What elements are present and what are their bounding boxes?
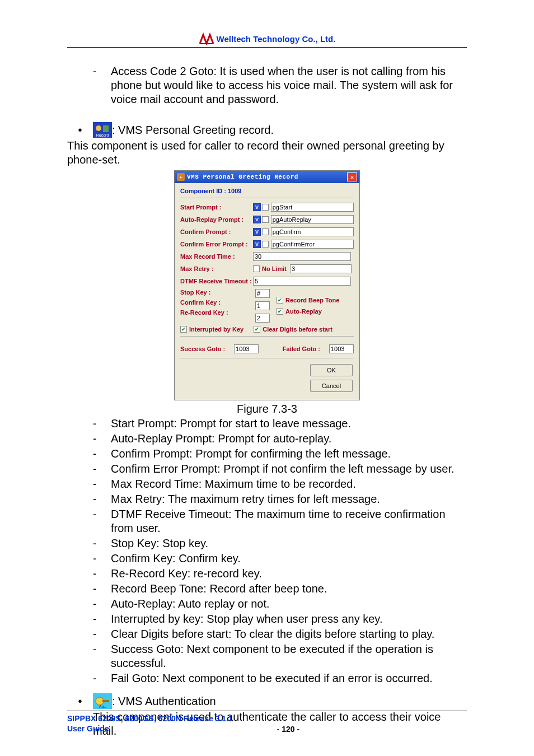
- dialog-title: VMS Personal Greeting Record: [187, 174, 347, 180]
- list-item: -Clear Digits before start: To clear the…: [93, 627, 467, 641]
- record-beep-label: Record Beep Tone: [285, 297, 339, 304]
- autoreplay-prompt-input[interactable]: [271, 215, 354, 224]
- autoreplay-prompt-checkbox[interactable]: [262, 216, 269, 223]
- list-item: -Interrupted by key: Stop play when user…: [93, 612, 467, 626]
- nolimit-label: No Limit: [262, 265, 287, 272]
- list-item: -Confirm Error Prompt: Prompt if not con…: [93, 462, 467, 476]
- label-start-prompt: Start Prompt :: [180, 204, 253, 211]
- footer-line2: User Guide: [67, 724, 233, 734]
- rerecord-key-input[interactable]: [255, 314, 270, 323]
- ok-button[interactable]: OK: [310, 364, 353, 376]
- success-goto-input[interactable]: [234, 344, 259, 353]
- list-item: -Max Retry: The maximum retry times for …: [93, 492, 467, 506]
- intro-text: Access Code 2 Goto: It is used when the …: [111, 64, 467, 106]
- start-prompt-input[interactable]: [271, 203, 354, 212]
- page-header: Welltech Technology Co., Ltd.: [67, 32, 467, 45]
- dash-bullet: -: [93, 64, 111, 106]
- label-dtmf-timeout: DTMF Receive Timeout :: [180, 278, 253, 284]
- label-confirm-key: Confirm Key :: [180, 299, 253, 306]
- footer-divider: [67, 711, 467, 711]
- failed-goto-label: Failed Goto :: [283, 346, 320, 352]
- confirm-prompt-input[interactable]: [271, 227, 354, 236]
- max-retry-input[interactable]: [290, 264, 352, 273]
- label-max-retry: Max Retry :: [180, 265, 253, 272]
- success-goto-label: Success Goto :: [180, 346, 225, 352]
- list-item: -Stop Key: Stop key.: [93, 536, 467, 550]
- clear-digits-label: Clear Digits before start: [263, 326, 332, 333]
- component-id: Component ID : 1009: [180, 188, 354, 198]
- section1-title: : VMS Personal Greeting record.: [112, 123, 274, 137]
- label-confirm-error-prompt: Confirm Error Prompt :: [180, 241, 253, 248]
- clear-digits-checkbox[interactable]: ✔: [254, 326, 260, 333]
- list-item: -Record Beep Tone: Record after beep ton…: [93, 582, 467, 596]
- dialog-titlebar: ✦ VMS Personal Greeting Record ✕: [175, 171, 359, 183]
- list-item: -Auto-Replay Prompt: Prompt for auto-rep…: [93, 432, 467, 446]
- footer-page-number: - 120 -: [277, 725, 299, 734]
- v-button[interactable]: V: [253, 216, 261, 223]
- list-item: -Auto-Replay: Auto replay or not.: [93, 597, 467, 611]
- interrupted-label: Interrupted by Key: [189, 326, 243, 333]
- vms-dialog: ✦ VMS Personal Greeting Record ✕ Compone…: [174, 170, 360, 400]
- confirm-key-input[interactable]: [255, 301, 270, 310]
- start-prompt-checkbox[interactable]: [262, 204, 269, 211]
- close-icon[interactable]: ✕: [347, 172, 357, 181]
- svg-point-1: [96, 125, 101, 131]
- confirm-prompt-checkbox[interactable]: [262, 228, 269, 235]
- interrupted-checkbox[interactable]: ✔: [180, 326, 187, 333]
- confirm-error-input[interactable]: [271, 240, 354, 249]
- section1-desc: This component is used for caller to rec…: [67, 139, 467, 167]
- list-item: -Fail Goto: Next component to be execute…: [93, 671, 467, 685]
- figure-caption: Figure 7.3-3: [67, 403, 467, 416]
- list-item: -Confirm Prompt: Prompt for confirming t…: [93, 447, 467, 461]
- record-beep-checkbox[interactable]: ✔: [277, 297, 283, 304]
- list-item: -DTMF Receive Timeout: The maximum time …: [93, 507, 467, 535]
- list-item: -Success Goto: Next component to be exec…: [93, 642, 467, 670]
- list-item: -Confirm Key: Confirm key.: [93, 552, 467, 566]
- confirm-error-checkbox[interactable]: [262, 241, 269, 248]
- label-confirm-prompt: Confirm Prompt :: [180, 228, 253, 235]
- page-footer: SIPPBX 6200S, 6200GS, 6200N Release 3.1.…: [67, 699, 467, 734]
- label-stop-key: Stop Key :: [180, 289, 253, 296]
- dialog-title-icon: ✦: [177, 173, 185, 181]
- label-max-record: Max Record Time :: [180, 253, 253, 260]
- svg-rect-2: [103, 125, 109, 132]
- section-heading: • Record : VMS Personal Greeting record.: [67, 122, 467, 138]
- header-divider: [67, 47, 467, 48]
- svg-text:Record: Record: [96, 133, 109, 137]
- max-record-input[interactable]: [253, 252, 351, 261]
- label-rerecord-key: Re-Record Key :: [180, 309, 253, 316]
- list-item: -Max Record Time: Maximum time to be rec…: [93, 477, 467, 491]
- company-logo-icon: [199, 32, 214, 45]
- auto-replay-checkbox[interactable]: ✔: [277, 308, 283, 315]
- company-name: Welltech Technology Co., Ltd.: [217, 34, 336, 44]
- label-autoreplay-prompt: Auto-Replay Prompt :: [180, 216, 253, 223]
- intro-list-item: - Access Code 2 Goto: It is used when th…: [93, 64, 467, 106]
- dtmf-timeout-input[interactable]: [253, 277, 351, 286]
- footer-line1: SIPPBX 6200S, 6200GS, 6200N Release 3.1.…: [67, 713, 233, 724]
- v-button[interactable]: V: [253, 203, 261, 211]
- list-item: -Start Prompt: Prompt for start to leave…: [93, 417, 467, 431]
- v-button[interactable]: V: [253, 228, 261, 236]
- failed-goto-input[interactable]: [329, 344, 354, 353]
- cancel-button[interactable]: Cancel: [310, 380, 353, 392]
- auto-replay-label: Auto-Replay: [285, 308, 322, 315]
- v-button[interactable]: V: [253, 240, 261, 248]
- bullet-icon: •: [67, 123, 93, 137]
- stop-key-input[interactable]: [255, 289, 270, 298]
- vms-record-icon: Record: [93, 122, 112, 138]
- list-item: -Re-Record Key: re-record key.: [93, 567, 467, 581]
- nolimit-checkbox[interactable]: [253, 265, 260, 272]
